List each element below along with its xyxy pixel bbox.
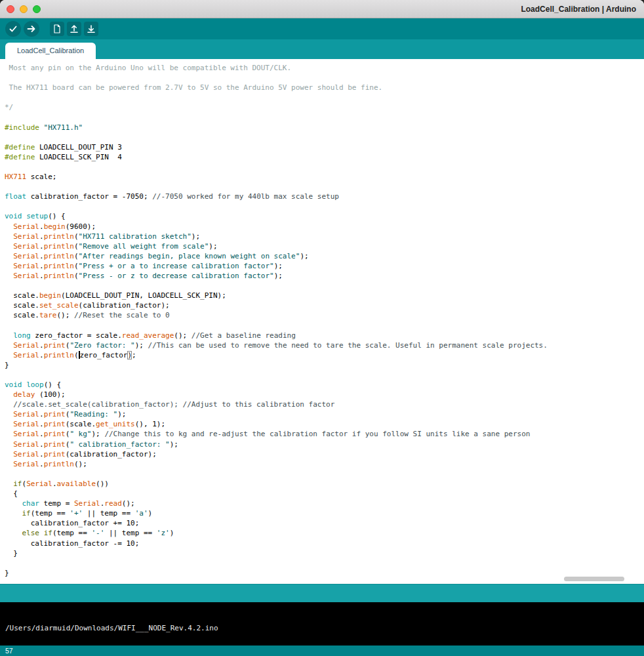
- code-line[interactable]: */: [5, 102, 644, 112]
- code-line[interactable]: The HX711 board can be powered from 2.7V…: [5, 83, 644, 92]
- code-line[interactable]: [5, 320, 644, 330]
- code-line[interactable]: [5, 162, 644, 172]
- verify-icon: [8, 24, 18, 34]
- code-line[interactable]: Most any pin on the Arduino Uno will be …: [5, 63, 644, 73]
- close-button[interactable]: [7, 5, 14, 13]
- tab-bar: LoadCell_Calibration: [0, 39, 644, 59]
- bottom-statusbar: 57: [0, 646, 644, 656]
- open-button[interactable]: [67, 22, 81, 36]
- open-icon: [69, 24, 79, 34]
- code-line[interactable]: Serial.print(scale.get_units(), 1);: [5, 419, 644, 429]
- console-path: /Users/diarmuid/Downloads/WIFI___NODE_Re…: [5, 624, 639, 632]
- code-line[interactable]: char temp = Serial.read();: [5, 499, 644, 508]
- code-line[interactable]: Serial.begin(9600);: [5, 222, 644, 232]
- code-line[interactable]: if(Serial.available()): [5, 479, 644, 489]
- zoom-button[interactable]: [33, 5, 41, 13]
- minimize-button[interactable]: [20, 5, 28, 13]
- code-line[interactable]: Serial.println("Press - or z to decrease…: [5, 271, 644, 281]
- titlebar: LoadCell_Calibration | Arduino: [0, 0, 644, 18]
- verify-button[interactable]: [5, 21, 21, 37]
- code-line[interactable]: [5, 558, 644, 568]
- line-number: 57: [5, 647, 13, 655]
- code-line[interactable]: float calibration_factor = -7050; //-705…: [5, 192, 644, 201]
- code-line[interactable]: HX711 scale;: [5, 172, 644, 182]
- code-line[interactable]: Serial.print(calibration_factor);: [5, 449, 644, 459]
- code-line[interactable]: [5, 73, 644, 83]
- code-line[interactable]: [5, 201, 644, 211]
- code-line[interactable]: [5, 92, 644, 102]
- code-line[interactable]: Serial.println();: [5, 459, 644, 469]
- code-line[interactable]: scale.begin(LOADCELL_DOUT_PIN, LOADCELL_…: [5, 291, 644, 300]
- code-line[interactable]: scale.set_scale(calibration_factor);: [5, 300, 644, 310]
- upload-icon: [26, 24, 37, 34]
- scrollbar-thumb[interactable]: [564, 577, 624, 581]
- code-line[interactable]: if(temp == '+' || temp == 'a'): [5, 508, 644, 518]
- code-line[interactable]: Serial.print(" calibration_factor: ");: [5, 440, 644, 449]
- toolbar: [0, 18, 644, 39]
- code-line[interactable]: {: [5, 489, 644, 499]
- code-line[interactable]: [5, 112, 644, 122]
- code-line[interactable]: Serial.println("After readings begin, pl…: [5, 251, 644, 261]
- traffic-lights: [0, 5, 41, 13]
- code-line[interactable]: [5, 370, 644, 380]
- toolbar-buttons: [5, 21, 98, 37]
- code-line[interactable]: Serial.print(" kg"); //Change this to kg…: [5, 429, 644, 439]
- status-strip: [0, 584, 644, 602]
- code-line[interactable]: }: [5, 548, 644, 558]
- code-line[interactable]: scale.tare(); //Reset the scale to 0: [5, 310, 644, 320]
- code-line[interactable]: void loop() {: [5, 380, 644, 390]
- code-line[interactable]: }: [5, 360, 644, 370]
- code-line[interactable]: Serial.println(zero_factor);: [5, 350, 644, 360]
- code-editor[interactable]: Most any pin on the Arduino Uno will be …: [0, 59, 644, 584]
- tab-loadcell-calibration[interactable]: LoadCell_Calibration: [5, 43, 96, 59]
- code-line[interactable]: Serial.println("HX711 calibration sketch…: [5, 232, 644, 241]
- save-button[interactable]: [84, 22, 98, 36]
- code-line[interactable]: [5, 469, 644, 479]
- code-line[interactable]: Serial.println("Press + or a to increase…: [5, 261, 644, 271]
- tab-label: LoadCell_Calibration: [17, 47, 84, 54]
- code-line[interactable]: Serial.print("Zero factor: "); //This ca…: [5, 340, 644, 350]
- code-line[interactable]: calibration_factor += 10;: [5, 518, 644, 528]
- code-area: Most any pin on the Arduino Uno will be …: [0, 59, 644, 578]
- save-icon: [86, 24, 96, 34]
- code-line[interactable]: else if(temp == '-' || temp == 'z'): [5, 528, 644, 538]
- code-line[interactable]: Serial.print("Reading: ");: [5, 409, 644, 419]
- code-line[interactable]: #include "HX711.h": [5, 123, 644, 133]
- code-line[interactable]: //scale.set_scale(calibration_factor); /…: [5, 400, 644, 409]
- code-line[interactable]: Serial.println("Remove all weight from s…: [5, 241, 644, 251]
- code-line[interactable]: #define LOADCELL_SCK_PIN 4: [5, 152, 644, 162]
- code-line[interactable]: [5, 281, 644, 291]
- code-line[interactable]: delay (100);: [5, 390, 644, 400]
- window-title: LoadCell_Calibration | Arduino: [521, 0, 636, 18]
- code-line[interactable]: [5, 133, 644, 142]
- code-line[interactable]: long zero_factor = scale.read_average();…: [5, 331, 644, 340]
- code-line[interactable]: calibration_factor -= 10;: [5, 539, 644, 548]
- new-sketch-icon: [52, 24, 62, 34]
- code-line[interactable]: #define LOADCELL_DOUT_PIN 3: [5, 142, 644, 152]
- console-output: /Users/diarmuid/Downloads/WIFI___NODE_Re…: [0, 602, 644, 646]
- new-sketch-button[interactable]: [50, 22, 64, 36]
- arduino-ide-window: LoadCell_Calibration | Arduino LoadCell_…: [0, 0, 644, 656]
- code-line[interactable]: void setup() {: [5, 211, 644, 221]
- horizontal-scrollbar[interactable]: [0, 577, 644, 583]
- code-line[interactable]: [5, 182, 644, 192]
- upload-button[interactable]: [24, 21, 39, 37]
